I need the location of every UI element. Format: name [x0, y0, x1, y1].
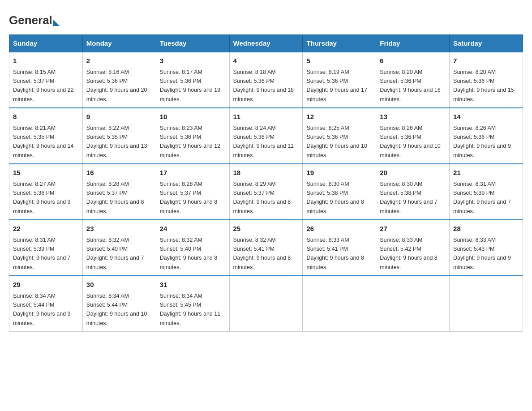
day-number: 12	[306, 112, 372, 122]
header-tuesday: Tuesday	[156, 35, 229, 52]
table-row: 26 Sunrise: 8:33 AMSunset: 5:41 PMDaylig…	[303, 220, 376, 276]
header-wednesday: Wednesday	[229, 35, 303, 52]
day-number: 5	[306, 56, 372, 66]
day-number: 4	[233, 56, 299, 66]
day-info: Sunrise: 8:15 AMSunset: 5:37 PMDaylight:…	[13, 69, 74, 103]
day-info: Sunrise: 8:28 AMSunset: 5:37 PMDaylight:…	[86, 181, 144, 214]
logo: General	[9, 13, 60, 26]
table-row: 19 Sunrise: 8:30 AMSunset: 5:38 PMDaylig…	[303, 164, 376, 220]
calendar-week-row: 8 Sunrise: 8:21 AMSunset: 5:35 PMDayligh…	[9, 108, 523, 164]
table-row: 21 Sunrise: 8:31 AMSunset: 5:39 PMDaylig…	[450, 164, 523, 220]
day-number: 20	[380, 168, 446, 178]
day-info: Sunrise: 8:17 AMSunset: 5:36 PMDaylight:…	[160, 69, 221, 103]
day-number: 13	[380, 112, 446, 122]
day-info: Sunrise: 8:24 AMSunset: 5:36 PMDaylight:…	[233, 125, 294, 158]
day-info: Sunrise: 8:19 AMSunset: 5:36 PMDaylight:…	[306, 69, 367, 103]
day-number: 18	[233, 168, 299, 178]
day-info: Sunrise: 8:32 AMSunset: 5:40 PMDaylight:…	[160, 237, 218, 270]
table-row: 7 Sunrise: 8:20 AMSunset: 5:36 PMDayligh…	[450, 52, 523, 108]
day-info: Sunrise: 8:25 AMSunset: 5:36 PMDaylight:…	[306, 125, 367, 158]
header-friday: Friday	[376, 35, 450, 52]
day-info: Sunrise: 8:23 AMSunset: 5:36 PMDaylight:…	[160, 125, 221, 158]
table-row	[450, 276, 523, 332]
table-row: 27 Sunrise: 8:33 AMSunset: 5:42 PMDaylig…	[376, 220, 450, 276]
day-info: Sunrise: 8:31 AMSunset: 5:39 PMDaylight:…	[453, 181, 511, 214]
day-info: Sunrise: 8:27 AMSunset: 5:36 PMDaylight:…	[13, 181, 71, 214]
day-number: 30	[86, 280, 152, 290]
day-info: Sunrise: 8:33 AMSunset: 5:43 PMDaylight:…	[453, 237, 511, 270]
day-info: Sunrise: 8:31 AMSunset: 5:39 PMDaylight:…	[13, 237, 71, 270]
day-info: Sunrise: 8:33 AMSunset: 5:42 PMDaylight:…	[380, 237, 438, 270]
table-row: 24 Sunrise: 8:32 AMSunset: 5:40 PMDaylig…	[156, 220, 229, 276]
day-number: 15	[13, 168, 79, 178]
day-number: 31	[160, 280, 226, 290]
day-info: Sunrise: 8:28 AMSunset: 5:37 PMDaylight:…	[160, 181, 218, 214]
table-row: 12 Sunrise: 8:25 AMSunset: 5:36 PMDaylig…	[303, 108, 376, 164]
table-row: 15 Sunrise: 8:27 AMSunset: 5:36 PMDaylig…	[9, 164, 83, 220]
day-number: 6	[380, 56, 446, 66]
day-info: Sunrise: 8:26 AMSunset: 5:36 PMDaylight:…	[380, 125, 441, 158]
day-number: 3	[160, 56, 226, 66]
day-number: 2	[86, 56, 152, 66]
header-saturday: Saturday	[450, 35, 523, 52]
table-row: 3 Sunrise: 8:17 AMSunset: 5:36 PMDayligh…	[156, 52, 229, 108]
header-monday: Monday	[82, 35, 156, 52]
day-info: Sunrise: 8:32 AMSunset: 5:41 PMDaylight:…	[233, 237, 291, 270]
day-info: Sunrise: 8:18 AMSunset: 5:36 PMDaylight:…	[233, 69, 294, 103]
day-info: Sunrise: 8:21 AMSunset: 5:35 PMDaylight:…	[13, 125, 74, 158]
day-number: 14	[453, 112, 519, 122]
calendar-week-row: 15 Sunrise: 8:27 AMSunset: 5:36 PMDaylig…	[9, 164, 523, 220]
calendar-week-row: 22 Sunrise: 8:31 AMSunset: 5:39 PMDaylig…	[9, 220, 523, 276]
page-header: General	[9, 9, 523, 26]
table-row: 20 Sunrise: 8:30 AMSunset: 5:38 PMDaylig…	[376, 164, 450, 220]
table-row: 11 Sunrise: 8:24 AMSunset: 5:36 PMDaylig…	[229, 108, 303, 164]
logo-arrow-icon	[53, 20, 60, 26]
day-number: 11	[233, 112, 299, 122]
day-number: 22	[13, 224, 79, 234]
table-row: 30 Sunrise: 8:34 AMSunset: 5:44 PMDaylig…	[82, 276, 156, 332]
day-number: 28	[453, 224, 519, 234]
logo-general: General	[9, 13, 60, 27]
day-number: 8	[13, 112, 79, 122]
day-info: Sunrise: 8:20 AMSunset: 5:36 PMDaylight:…	[453, 69, 514, 103]
day-info: Sunrise: 8:29 AMSunset: 5:37 PMDaylight:…	[233, 181, 291, 214]
day-number: 19	[306, 168, 372, 178]
day-info: Sunrise: 8:26 AMSunset: 5:36 PMDaylight:…	[453, 125, 511, 158]
table-row: 5 Sunrise: 8:19 AMSunset: 5:36 PMDayligh…	[303, 52, 376, 108]
table-row: 2 Sunrise: 8:16 AMSunset: 5:36 PMDayligh…	[82, 52, 156, 108]
day-number: 24	[160, 224, 226, 234]
day-info: Sunrise: 8:30 AMSunset: 5:38 PMDaylight:…	[306, 181, 364, 214]
day-number: 17	[160, 168, 226, 178]
table-row: 4 Sunrise: 8:18 AMSunset: 5:36 PMDayligh…	[229, 52, 303, 108]
table-row: 16 Sunrise: 8:28 AMSunset: 5:37 PMDaylig…	[82, 164, 156, 220]
day-info: Sunrise: 8:22 AMSunset: 5:35 PMDaylight:…	[86, 125, 147, 158]
table-row: 25 Sunrise: 8:32 AMSunset: 5:41 PMDaylig…	[229, 220, 303, 276]
day-number: 26	[306, 224, 372, 234]
day-number: 7	[453, 56, 519, 66]
table-row	[376, 276, 450, 332]
table-row	[229, 276, 303, 332]
weekday-header-row: Sunday Monday Tuesday Wednesday Thursday…	[9, 35, 523, 52]
day-number: 1	[13, 56, 79, 66]
table-row: 9 Sunrise: 8:22 AMSunset: 5:35 PMDayligh…	[82, 108, 156, 164]
table-row: 18 Sunrise: 8:29 AMSunset: 5:37 PMDaylig…	[229, 164, 303, 220]
table-row: 17 Sunrise: 8:28 AMSunset: 5:37 PMDaylig…	[156, 164, 229, 220]
header-thursday: Thursday	[303, 35, 376, 52]
table-row: 23 Sunrise: 8:32 AMSunset: 5:40 PMDaylig…	[82, 220, 156, 276]
day-info: Sunrise: 8:33 AMSunset: 5:41 PMDaylight:…	[306, 237, 364, 270]
calendar-table: Sunday Monday Tuesday Wednesday Thursday…	[9, 34, 523, 332]
day-number: 21	[453, 168, 519, 178]
day-info: Sunrise: 8:30 AMSunset: 5:38 PMDaylight:…	[380, 181, 438, 214]
day-number: 29	[13, 280, 79, 290]
table-row: 29 Sunrise: 8:34 AMSunset: 5:44 PMDaylig…	[9, 276, 83, 332]
calendar-week-row: 1 Sunrise: 8:15 AMSunset: 5:37 PMDayligh…	[9, 52, 523, 108]
table-row: 14 Sunrise: 8:26 AMSunset: 5:36 PMDaylig…	[450, 108, 523, 164]
day-number: 27	[380, 224, 446, 234]
day-number: 23	[86, 224, 152, 234]
table-row: 22 Sunrise: 8:31 AMSunset: 5:39 PMDaylig…	[9, 220, 83, 276]
table-row	[303, 276, 376, 332]
day-number: 16	[86, 168, 152, 178]
table-row: 31 Sunrise: 8:34 AMSunset: 5:45 PMDaylig…	[156, 276, 229, 332]
day-info: Sunrise: 8:34 AMSunset: 5:44 PMDaylight:…	[13, 293, 71, 326]
day-info: Sunrise: 8:34 AMSunset: 5:44 PMDaylight:…	[86, 293, 147, 326]
